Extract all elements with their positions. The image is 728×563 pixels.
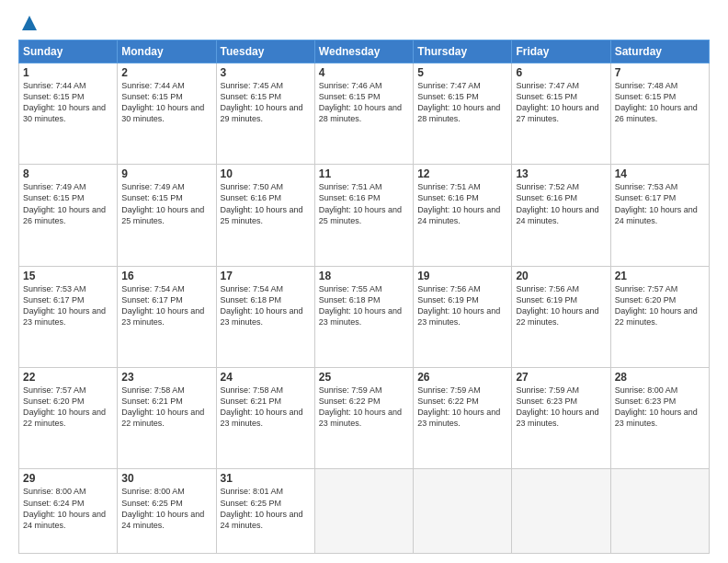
calendar-cell: 10Sunrise: 7:50 AMSunset: 6:16 PMDayligh… bbox=[216, 165, 314, 266]
day-info: Sunrise: 8:00 AMSunset: 6:23 PMDaylight:… bbox=[615, 385, 705, 430]
calendar-cell: 6Sunrise: 7:47 AMSunset: 6:15 PMDaylight… bbox=[512, 63, 610, 165]
logo-icon bbox=[20, 14, 39, 32]
logo bbox=[18, 14, 39, 32]
calendar-cell: 5Sunrise: 7:47 AMSunset: 6:15 PMDaylight… bbox=[414, 63, 512, 165]
calendar-cell: 24Sunrise: 7:58 AMSunset: 6:21 PMDayligh… bbox=[216, 368, 314, 469]
day-number: 29 bbox=[23, 472, 113, 485]
calendar-header-saturday: Saturday bbox=[610, 40, 709, 63]
calendar-week-row-1: 8Sunrise: 7:49 AMSunset: 6:15 PMDaylight… bbox=[19, 165, 710, 266]
day-info: Sunrise: 7:46 AMSunset: 6:15 PMDaylight:… bbox=[319, 80, 409, 125]
calendar-cell bbox=[414, 469, 512, 554]
day-number: 15 bbox=[23, 270, 113, 282]
day-info: Sunrise: 7:44 AMSunset: 6:15 PMDaylight:… bbox=[23, 80, 113, 125]
day-info: Sunrise: 7:59 AMSunset: 6:22 PMDaylight:… bbox=[319, 385, 409, 430]
day-number: 24 bbox=[221, 371, 311, 384]
day-info: Sunrise: 7:50 AMSunset: 6:16 PMDaylight:… bbox=[221, 181, 311, 226]
day-info: Sunrise: 7:47 AMSunset: 6:15 PMDaylight:… bbox=[417, 80, 507, 125]
calendar-cell: 8Sunrise: 7:49 AMSunset: 6:15 PMDaylight… bbox=[19, 165, 118, 266]
calendar-cell: 29Sunrise: 8:00 AMSunset: 6:24 PMDayligh… bbox=[19, 469, 118, 554]
calendar-header-thursday: Thursday bbox=[414, 40, 512, 63]
calendar-cell: 16Sunrise: 7:54 AMSunset: 6:17 PMDayligh… bbox=[118, 266, 216, 367]
day-number: 10 bbox=[221, 167, 311, 180]
day-info: Sunrise: 7:45 AMSunset: 6:15 PMDaylight:… bbox=[221, 80, 311, 125]
calendar-cell: 23Sunrise: 7:58 AMSunset: 6:21 PMDayligh… bbox=[118, 368, 216, 469]
day-info: Sunrise: 7:58 AMSunset: 6:21 PMDaylight:… bbox=[221, 385, 311, 430]
day-info: Sunrise: 7:57 AMSunset: 6:20 PMDaylight:… bbox=[615, 283, 705, 328]
day-number: 14 bbox=[615, 167, 705, 180]
calendar-cell: 30Sunrise: 8:00 AMSunset: 6:25 PMDayligh… bbox=[118, 469, 216, 554]
calendar-cell: 19Sunrise: 7:56 AMSunset: 6:19 PMDayligh… bbox=[414, 266, 512, 367]
day-info: Sunrise: 7:47 AMSunset: 6:15 PMDaylight:… bbox=[516, 80, 606, 125]
calendar-week-row-3: 22Sunrise: 7:57 AMSunset: 6:20 PMDayligh… bbox=[19, 368, 710, 469]
calendar-cell: 31Sunrise: 8:01 AMSunset: 6:25 PMDayligh… bbox=[216, 469, 314, 554]
calendar-cell: 12Sunrise: 7:51 AMSunset: 6:16 PMDayligh… bbox=[414, 165, 512, 266]
calendar-cell: 25Sunrise: 7:59 AMSunset: 6:22 PMDayligh… bbox=[314, 368, 413, 469]
calendar-cell: 14Sunrise: 7:53 AMSunset: 6:17 PMDayligh… bbox=[610, 165, 709, 266]
calendar-cell: 1Sunrise: 7:44 AMSunset: 6:15 PMDaylight… bbox=[19, 63, 118, 165]
calendar-cell: 11Sunrise: 7:51 AMSunset: 6:16 PMDayligh… bbox=[314, 165, 413, 266]
day-number: 16 bbox=[121, 270, 211, 282]
day-number: 31 bbox=[221, 472, 311, 485]
day-number: 28 bbox=[615, 371, 705, 384]
calendar-cell: 15Sunrise: 7:53 AMSunset: 6:17 PMDayligh… bbox=[19, 266, 118, 367]
calendar-cell: 9Sunrise: 7:49 AMSunset: 6:15 PMDaylight… bbox=[118, 165, 216, 266]
calendar-cell: 3Sunrise: 7:45 AMSunset: 6:15 PMDaylight… bbox=[216, 63, 314, 165]
day-number: 2 bbox=[121, 66, 211, 79]
calendar-cell: 20Sunrise: 7:56 AMSunset: 6:19 PMDayligh… bbox=[512, 266, 610, 367]
day-number: 12 bbox=[417, 167, 507, 180]
day-number: 22 bbox=[23, 371, 113, 384]
header bbox=[18, 14, 710, 32]
day-number: 6 bbox=[516, 66, 606, 79]
day-info: Sunrise: 7:56 AMSunset: 6:19 PMDaylight:… bbox=[417, 283, 507, 328]
calendar-cell: 18Sunrise: 7:55 AMSunset: 6:18 PMDayligh… bbox=[314, 266, 413, 367]
day-info: Sunrise: 7:55 AMSunset: 6:18 PMDaylight:… bbox=[319, 283, 409, 328]
day-info: Sunrise: 7:51 AMSunset: 6:16 PMDaylight:… bbox=[417, 181, 507, 226]
calendar-header-wednesday: Wednesday bbox=[314, 40, 413, 63]
day-info: Sunrise: 7:59 AMSunset: 6:22 PMDaylight:… bbox=[417, 385, 507, 430]
day-number: 4 bbox=[319, 66, 409, 79]
day-info: Sunrise: 7:49 AMSunset: 6:15 PMDaylight:… bbox=[23, 181, 113, 226]
day-number: 7 bbox=[615, 66, 705, 79]
calendar-table: SundayMondayTuesdayWednesdayThursdayFrid… bbox=[18, 40, 710, 554]
day-number: 30 bbox=[121, 472, 211, 485]
calendar-cell bbox=[610, 469, 709, 554]
calendar-cell: 4Sunrise: 7:46 AMSunset: 6:15 PMDaylight… bbox=[314, 63, 413, 165]
day-info: Sunrise: 7:51 AMSunset: 6:16 PMDaylight:… bbox=[319, 181, 409, 226]
day-info: Sunrise: 7:48 AMSunset: 6:15 PMDaylight:… bbox=[615, 80, 705, 125]
calendar-cell: 22Sunrise: 7:57 AMSunset: 6:20 PMDayligh… bbox=[19, 368, 118, 469]
day-info: Sunrise: 7:52 AMSunset: 6:16 PMDaylight:… bbox=[516, 181, 606, 226]
calendar-week-row-4: 29Sunrise: 8:00 AMSunset: 6:24 PMDayligh… bbox=[19, 469, 710, 554]
calendar-cell: 7Sunrise: 7:48 AMSunset: 6:15 PMDaylight… bbox=[610, 63, 709, 165]
day-number: 9 bbox=[121, 167, 211, 180]
calendar-cell bbox=[512, 469, 610, 554]
day-number: 20 bbox=[516, 270, 606, 282]
calendar-cell: 13Sunrise: 7:52 AMSunset: 6:16 PMDayligh… bbox=[512, 165, 610, 266]
day-number: 17 bbox=[221, 270, 311, 282]
day-info: Sunrise: 7:54 AMSunset: 6:17 PMDaylight:… bbox=[121, 283, 211, 328]
day-number: 5 bbox=[417, 66, 507, 79]
day-number: 11 bbox=[319, 167, 409, 180]
day-info: Sunrise: 8:00 AMSunset: 6:24 PMDaylight:… bbox=[23, 486, 113, 531]
day-number: 1 bbox=[23, 66, 113, 79]
day-info: Sunrise: 7:56 AMSunset: 6:19 PMDaylight:… bbox=[516, 283, 606, 328]
day-number: 13 bbox=[516, 167, 606, 180]
calendar-cell: 21Sunrise: 7:57 AMSunset: 6:20 PMDayligh… bbox=[610, 266, 709, 367]
day-info: Sunrise: 8:01 AMSunset: 6:25 PMDaylight:… bbox=[221, 486, 311, 531]
calendar-cell: 26Sunrise: 7:59 AMSunset: 6:22 PMDayligh… bbox=[414, 368, 512, 469]
calendar-week-row-2: 15Sunrise: 7:53 AMSunset: 6:17 PMDayligh… bbox=[19, 266, 710, 367]
day-number: 18 bbox=[319, 270, 409, 282]
day-number: 25 bbox=[319, 371, 409, 384]
day-info: Sunrise: 7:53 AMSunset: 6:17 PMDaylight:… bbox=[23, 283, 113, 328]
calendar-cell: 28Sunrise: 8:00 AMSunset: 6:23 PMDayligh… bbox=[610, 368, 709, 469]
day-info: Sunrise: 7:53 AMSunset: 6:17 PMDaylight:… bbox=[615, 181, 705, 226]
day-info: Sunrise: 7:59 AMSunset: 6:23 PMDaylight:… bbox=[516, 385, 606, 430]
calendar-header-row: SundayMondayTuesdayWednesdayThursdayFrid… bbox=[19, 40, 710, 63]
day-info: Sunrise: 7:54 AMSunset: 6:18 PMDaylight:… bbox=[221, 283, 311, 328]
calendar-header-tuesday: Tuesday bbox=[216, 40, 314, 63]
calendar-cell: 2Sunrise: 7:44 AMSunset: 6:15 PMDaylight… bbox=[118, 63, 216, 165]
logo-text bbox=[18, 14, 39, 32]
day-number: 21 bbox=[615, 270, 705, 282]
page: SundayMondayTuesdayWednesdayThursdayFrid… bbox=[0, 0, 728, 563]
day-number: 3 bbox=[221, 66, 311, 79]
calendar-cell: 17Sunrise: 7:54 AMSunset: 6:18 PMDayligh… bbox=[216, 266, 314, 367]
